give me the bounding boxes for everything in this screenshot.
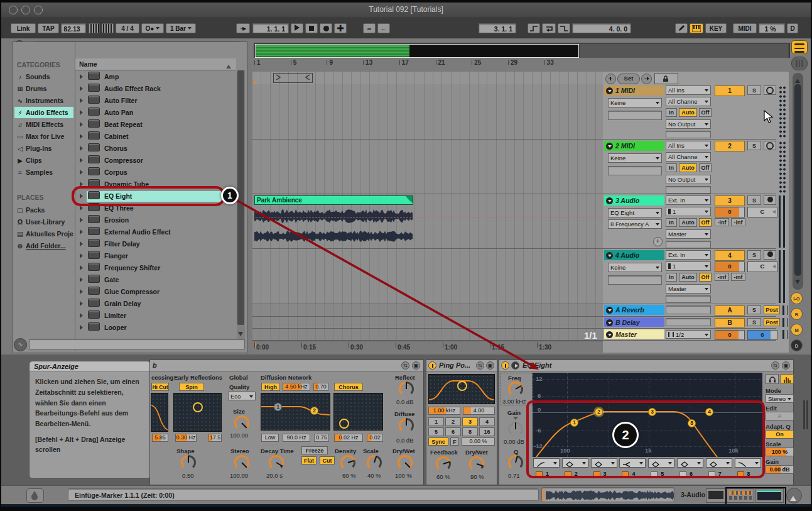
track2-name-bar[interactable]: 2 MIDI bbox=[604, 141, 664, 151]
flat-button[interactable]: Flat bbox=[301, 456, 317, 464]
show-mixer-button[interactable]: M bbox=[791, 324, 803, 336]
spectrum-toggle-button[interactable] bbox=[781, 374, 794, 384]
hot-swap-icon[interactable]: ⇆ bbox=[401, 361, 409, 370]
beat-time-ruler[interactable] bbox=[252, 58, 790, 72]
disclosure-icon[interactable] bbox=[80, 194, 85, 199]
track4-input-type[interactable]: Ext. In bbox=[666, 250, 711, 260]
disclosure-icon[interactable] bbox=[80, 98, 85, 103]
track3-monitor-in[interactable]: In bbox=[666, 218, 677, 227]
disclosure-icon[interactable] bbox=[80, 313, 85, 318]
list-item-looper[interactable]: Looper bbox=[75, 322, 236, 334]
return-b-solo[interactable]: S bbox=[747, 318, 761, 326]
draw-mode-icon[interactable] bbox=[675, 23, 688, 33]
arrangement-position-field[interactable]: 1. 1. 1 bbox=[252, 23, 289, 33]
master-name-bar[interactable]: Master bbox=[604, 329, 664, 339]
density-knob[interactable] bbox=[340, 455, 355, 470]
track4-lane[interactable] bbox=[252, 249, 603, 304]
master-pan-slider[interactable]: 0 bbox=[747, 330, 777, 340]
list-header[interactable]: Name bbox=[75, 58, 236, 70]
track1-header[interactable]: 1 MIDI Keine All Ins All Channe In Auto … bbox=[603, 84, 776, 140]
punch-out-icon[interactable] bbox=[558, 23, 570, 33]
gain-knob[interactable] bbox=[508, 422, 523, 437]
spin-rate-value[interactable]: 0.30 Hz bbox=[175, 434, 197, 442]
sidebar-item-drums[interactable]: ⊞Drums bbox=[14, 83, 73, 94]
return-a-lane[interactable] bbox=[252, 304, 603, 317]
track3-monitor-off[interactable]: Off bbox=[699, 218, 712, 227]
places-item-add-folder-[interactable]: ⊕Add Folder... bbox=[14, 240, 73, 251]
headphone-audition-button[interactable] bbox=[766, 374, 779, 384]
disclosure-icon[interactable] bbox=[80, 277, 85, 282]
scale-knob[interactable] bbox=[367, 455, 382, 470]
drywet-knob[interactable] bbox=[398, 455, 413, 470]
record-button[interactable] bbox=[320, 23, 332, 33]
track1-monitor-auto[interactable]: Auto bbox=[679, 108, 697, 117]
beat-division-1[interactable]: 1 bbox=[428, 417, 444, 426]
preview-strip[interactable] bbox=[29, 339, 245, 349]
beat-division-3[interactable]: 3 bbox=[462, 417, 478, 426]
drywet-value[interactable]: 90 % bbox=[470, 473, 484, 480]
mode-chooser[interactable]: Stereo bbox=[766, 394, 794, 403]
list-item-grain-delay[interactable]: Grain Delay bbox=[75, 298, 236, 310]
track2-lane[interactable] bbox=[252, 140, 603, 194]
filter-freq-value[interactable]: 1.00 kHz bbox=[428, 407, 460, 415]
quantize-menu[interactable]: O● bbox=[141, 23, 164, 33]
arrangement-overview[interactable] bbox=[254, 43, 790, 59]
stereo-knob[interactable] bbox=[234, 455, 249, 470]
scroll-down-icon[interactable] bbox=[238, 332, 243, 339]
return-a-activator[interactable]: A bbox=[715, 305, 745, 316]
band-4-enable-checkbox[interactable] bbox=[622, 471, 629, 478]
eq-display[interactable]: 1 2 3 4 8 12 6 0 -6 -12 100 1k 10k bbox=[533, 373, 762, 457]
feedback-knob[interactable] bbox=[436, 456, 451, 471]
device-scroll-indicator[interactable] bbox=[803, 400, 805, 429]
tempo-field[interactable]: 82.13 bbox=[61, 23, 86, 33]
track3-volume-slider[interactable]: 0 bbox=[715, 207, 745, 217]
list-item-dynamic-tube[interactable]: Dynamic Tube bbox=[75, 179, 236, 190]
save-preset-icon[interactable]: ▣ bbox=[782, 361, 790, 370]
hot-swap-icon[interactable]: ⇆ bbox=[476, 361, 484, 370]
list-item-corpus[interactable]: Corpus bbox=[75, 167, 236, 179]
diffuse-knob[interactable] bbox=[399, 418, 414, 433]
shape-knob[interactable] bbox=[181, 455, 196, 470]
drywet-value[interactable]: 100 % bbox=[395, 472, 412, 479]
disclosure-icon[interactable] bbox=[80, 325, 85, 330]
spin-button[interactable]: Spin bbox=[179, 383, 204, 391]
nudge-up-icon[interactable] bbox=[102, 23, 114, 33]
list-item-filter-delay[interactable]: Filter Delay bbox=[75, 238, 236, 250]
track1-activator[interactable]: 1 bbox=[715, 85, 745, 96]
pingpong-title-bar[interactable]: Ping Po... ⇆ ▣ bbox=[426, 360, 497, 371]
device-chain-overview[interactable] bbox=[706, 487, 785, 503]
filter-type-lowpass-icon[interactable] bbox=[735, 458, 761, 468]
track4-monitor-in[interactable]: In bbox=[666, 273, 677, 282]
show-delay-button[interactable]: D bbox=[791, 339, 803, 351]
track1-monitor-in[interactable]: In bbox=[666, 108, 677, 117]
sidebar-item-instruments[interactable]: ∿Instruments bbox=[14, 95, 73, 106]
disclosure-icon[interactable] bbox=[80, 146, 85, 151]
sidebar-item-plug-ins[interactable]: ◁Plug-Ins bbox=[14, 143, 73, 154]
beat-division-6[interactable]: 6 bbox=[445, 427, 461, 436]
sidebar-item-midi-effects[interactable]: ♫MIDI Effects bbox=[14, 119, 73, 130]
device-power-icon[interactable] bbox=[501, 361, 509, 370]
track2-monitor-auto[interactable]: Auto bbox=[679, 163, 697, 172]
diffusion-display[interactable]: 1 2 bbox=[261, 393, 330, 431]
track4-activator[interactable]: 4 bbox=[715, 250, 745, 261]
beat-division-8[interactable]: 8 bbox=[462, 427, 478, 436]
nudge-down-icon[interactable] bbox=[88, 23, 100, 33]
list-item-beat-repeat[interactable]: Beat Repeat bbox=[75, 119, 236, 131]
scroll-down-icon[interactable] bbox=[795, 280, 800, 287]
track1-monitor-off[interactable]: Off bbox=[699, 108, 712, 117]
return-b-name-bar[interactable]: B Delay bbox=[604, 317, 664, 327]
audition-icon[interactable] bbox=[511, 361, 519, 370]
return-a-header[interactable]: A Reverb A S Post bbox=[603, 304, 776, 317]
q-knob[interactable] bbox=[508, 455, 523, 470]
stereo-value[interactable]: 100.00 bbox=[230, 472, 248, 479]
track4-output-type[interactable]: Master bbox=[666, 284, 711, 294]
adapt-q-toggle[interactable]: On bbox=[766, 430, 794, 439]
punch-in-set-icon[interactable] bbox=[605, 74, 616, 84]
reflect-knob[interactable] bbox=[399, 382, 414, 397]
track3-arm-button[interactable] bbox=[764, 195, 776, 205]
link-button[interactable]: Link bbox=[11, 23, 36, 33]
scroll-up-icon[interactable] bbox=[795, 76, 800, 83]
track3-solo-button[interactable]: S bbox=[747, 195, 761, 205]
session-view-selector-icon[interactable] bbox=[791, 57, 808, 70]
band-8-enable-checkbox[interactable] bbox=[737, 471, 744, 478]
